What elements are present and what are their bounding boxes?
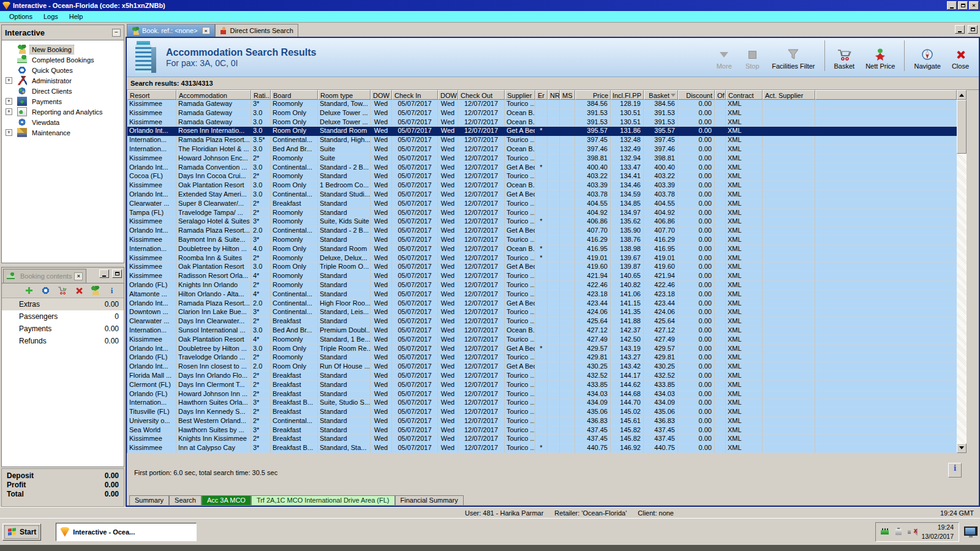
table-row[interactable]: Orlando (FL)Knights Inn Orlando2*Roomonl… (127, 281, 957, 290)
close-button[interactable]: × (969, 1, 979, 10)
table-row[interactable]: Titusville (FL)Days Inn Kennedy S...2*Br… (127, 408, 957, 417)
sidebar-item-new-booking[interactable]: New Booking (2, 44, 124, 54)
basket-button[interactable]: Basket (829, 47, 860, 71)
palm-tree-icon[interactable] (91, 286, 100, 295)
show-desktop-icon[interactable] (964, 527, 978, 538)
minimize-button[interactable] (947, 1, 957, 10)
tray-clock[interactable]: 19:24 13/02/2017 (921, 523, 954, 540)
column-header-nr[interactable]: NR (548, 90, 560, 100)
column-header-check-in[interactable]: Check In (392, 90, 438, 100)
booking-panel-minimize-button[interactable] (99, 269, 109, 278)
table-row[interactable]: Orlando (FL)Howard Johnson Inn ...2*Brea… (127, 390, 957, 399)
table-row[interactable]: Orlando Int...Extended Stay Ameri...3.0C… (127, 190, 957, 200)
table-row[interactable]: KissimmeeOak Plantation Resort3.0Room On… (127, 263, 957, 272)
table-row[interactable]: Cocoa (FL)Days Inn Cocoa Crui...2*Roomon… (127, 172, 957, 181)
column-header-check-out[interactable]: Check Out (458, 90, 505, 100)
column-header-discount[interactable]: Discount (678, 90, 715, 100)
menu-item-options[interactable]: Options (4, 12, 38, 21)
menu-item-logs[interactable]: Logs (38, 12, 64, 21)
vertical-scrollbar[interactable] (957, 90, 967, 453)
column-header-er[interactable]: Er (535, 90, 548, 100)
tab-search[interactable]: Search (169, 495, 202, 505)
table-row[interactable]: Internation...The Floridian Hotel & ...3… (127, 145, 957, 154)
table-row[interactable]: Orlando Int...Ramada Convention ...3.0Co… (127, 163, 957, 173)
sidebar-item-viewdata[interactable]: Viewdata (2, 117, 124, 127)
tab-direct-clients-search[interactable]: Direct Clients Search (215, 24, 298, 37)
table-row[interactable]: Orlando Int...Rosen Inn Internatio...3.0… (127, 127, 957, 136)
scroll-up-button[interactable] (957, 90, 967, 100)
facilities-filter-button[interactable]: Facilities Filter (767, 47, 820, 71)
info-icon[interactable]: i (107, 286, 116, 295)
table-row[interactable]: KissimmeeRamada Gateway3.0Room OnlyDelux… (127, 118, 957, 127)
sidebar-item-payments[interactable]: +Payments (2, 96, 124, 107)
start-button[interactable]: Start (2, 523, 41, 541)
sidebar-item-direct-clients[interactable]: Direct Clients (2, 86, 124, 96)
table-row[interactable]: Clearwater ...Super 8 Clearwater/...2*Br… (127, 200, 957, 209)
expand-icon[interactable]: + (6, 77, 12, 84)
column-header-contract[interactable]: Contract (726, 90, 763, 100)
sidebar-item-administrator[interactable]: +Administrator (2, 75, 124, 86)
maximize-button[interactable] (958, 1, 968, 10)
column-header-resort[interactable]: Resort (127, 90, 176, 100)
table-row[interactable]: KissimmeeHoward Johnson Enc...2*Roomonly… (127, 154, 957, 163)
table-row[interactable]: University o...Best Western Orland...2*C… (127, 417, 957, 426)
delete-item-icon[interactable] (74, 286, 83, 295)
network-icon[interactable] (881, 528, 890, 536)
column-header-rati[interactable]: Rati... (251, 90, 271, 100)
tab-financial-summary[interactable]: Financial Summary (395, 495, 464, 505)
column-header-price[interactable]: Price (575, 90, 611, 100)
sidebar-item-completed-bookings[interactable]: Completed Bookings (2, 54, 124, 65)
table-row[interactable]: Tampa (FL)Travelodge Tampa/ ...2*Roomonl… (127, 209, 957, 218)
table-row[interactable]: KissimmeeRadisson Resort Orla...4*Roomon… (127, 272, 957, 281)
info-button[interactable]: i (948, 463, 962, 478)
booking-panel-maximize-button[interactable] (112, 269, 122, 278)
expand-icon[interactable]: + (6, 98, 12, 105)
table-row[interactable]: KissimmeeRamada Gateway3*RoomonlyStandar… (127, 100, 957, 109)
tab-close-button[interactable]: × (202, 27, 210, 34)
table-row[interactable]: Orlando Int...Rosen Inn closest to ...2.… (127, 362, 957, 372)
column-header-ms[interactable]: MS (560, 90, 575, 100)
table-row[interactable]: KissimmeeRoomba Inn & Suites2*RoomonlyDe… (127, 254, 957, 263)
booking-row-passengers[interactable]: Passengers0 (2, 310, 124, 323)
table-row[interactable]: Clearwater ...Days Inn Clearwater...2*Br… (127, 317, 957, 326)
tab-summary[interactable]: Summary (129, 495, 169, 505)
sidebar-item-reporting-and-analytics[interactable]: +Reporting and Analytics (2, 107, 124, 117)
column-header-dow[interactable]: DOW (438, 90, 458, 100)
table-row[interactable]: Internation...Hawthorn Suites Orla...3*B… (127, 399, 957, 408)
sidebar-item-maintenance[interactable]: +Maintenance (2, 127, 124, 138)
column-header-basket[interactable]: Basket (644, 90, 678, 100)
column-header-supplier[interactable]: Supplier (505, 90, 535, 100)
tab-acc-3a-mco[interactable]: Acc 3A MCO (202, 495, 251, 505)
navigate-button[interactable]: Navigate (909, 47, 945, 71)
basket-transfer-icon[interactable] (58, 286, 67, 295)
table-row[interactable]: Florida Mall ...Days Inn Orlando Flo...2… (127, 372, 957, 381)
column-header-dow[interactable]: DOW (371, 90, 392, 100)
table-row[interactable]: KissimmeeOak Plantation Resort4*Roomonly… (127, 335, 957, 345)
table-row[interactable]: Internation...Doubletree by Hilton ...4.… (127, 245, 957, 254)
column-header-room-type[interactable]: Room type (318, 90, 371, 100)
taskbar-task-button[interactable]: Interactive - Ocea... (56, 523, 197, 541)
table-row[interactable]: KissimmeeRamada Gateway3.0Room OnlyDelux… (127, 109, 957, 118)
table-row[interactable]: KissimmeeKnights Inn Kissimmee2*Breakfas… (127, 435, 957, 444)
column-header-accommodation[interactable]: Accommodation (176, 90, 251, 100)
volume-muted-icon[interactable] (908, 528, 917, 536)
expand-icon[interactable]: + (6, 108, 12, 115)
quote-clock-icon[interactable] (41, 286, 50, 295)
table-row[interactable]: KissimmeeOak Plantation Resort3.0Room On… (127, 181, 957, 190)
add-item-icon[interactable] (24, 286, 34, 295)
table-row[interactable]: KissimmeeSeralago Hotel & Suites3*Roomon… (127, 217, 957, 227)
close-button[interactable]: Close (947, 47, 974, 71)
table-row[interactable]: Downtown ...Clarion Inn Lake Bue...3*Con… (127, 308, 957, 317)
booking-row-payments[interactable]: Payments0.00 (2, 323, 124, 335)
mdi-maximize-button[interactable] (968, 25, 978, 34)
collapse-panel-button[interactable]: − (112, 29, 121, 37)
tab-booking-ref[interactable]: Book. ref.: <none> × (127, 24, 215, 37)
table-row[interactable]: Orlando (FL)Travelodge Orlando ...2*Room… (127, 353, 957, 362)
column-header-of[interactable]: Of (715, 90, 726, 100)
table-row[interactable]: KissimmeeBaymont Inn & Suite...3*Roomonl… (127, 236, 957, 245)
table-row[interactable]: Sea WorldHawthorn Suites by ...3*Breakfa… (127, 426, 957, 435)
table-row[interactable]: Altamonte ...Hilton Orlando - Alta...4*C… (127, 290, 957, 299)
device-icon[interactable] (894, 528, 903, 536)
booking-contents-tab[interactable]: Booking contents × (3, 269, 86, 283)
table-row[interactable]: Internation...Ramada Plaza Resort...3.5*… (127, 136, 957, 145)
